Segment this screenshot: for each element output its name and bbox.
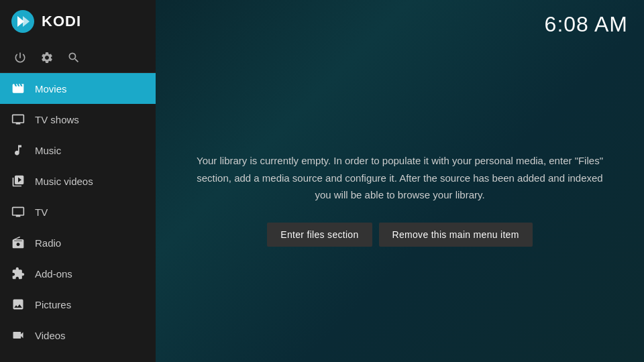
settings-icon[interactable] (40, 51, 54, 64)
sidebar-item-tv[interactable]: TV (0, 196, 156, 227)
music-icon (11, 143, 25, 158)
sidebar-item-radio[interactable]: Radio (0, 227, 156, 258)
enter-files-button[interactable]: Enter files section (267, 223, 372, 247)
action-buttons: Enter files section Remove this main men… (267, 223, 532, 247)
library-message: Your library is currently empty. In orde… (196, 152, 604, 204)
sidebar-item-add-ons[interactable]: Add-ons (0, 258, 156, 289)
sidebar-item-movies-label: Movies (35, 83, 67, 95)
sidebar-item-tv-label: TV (35, 206, 48, 218)
pictures-icon (11, 297, 25, 312)
sidebar-item-videos[interactable]: Videos (0, 320, 156, 351)
sidebar-item-add-ons-label: Add-ons (35, 268, 72, 280)
tv-icon (11, 204, 25, 219)
sidebar-item-music-videos[interactable]: Music videos (0, 166, 156, 196)
sidebar-item-movies[interactable]: Movies (0, 73, 156, 104)
sidebar-item-radio-label: Radio (35, 237, 61, 249)
time-display: 6:08 AM (545, 12, 628, 37)
music-videos-icon (11, 174, 25, 188)
addons-icon (11, 266, 25, 281)
radio-icon (11, 235, 25, 250)
sidebar-top-icons (0, 43, 156, 73)
content-area: Your library is currently empty. In orde… (156, 37, 644, 362)
movies-icon (11, 81, 25, 96)
search-icon[interactable] (67, 51, 80, 64)
sidebar-item-pictures-label: Pictures (35, 299, 71, 310)
top-bar: 6:08 AM (156, 0, 644, 37)
sidebar-item-pictures[interactable]: Pictures (0, 289, 156, 320)
kodi-logo-icon (11, 9, 35, 34)
sidebar-item-tv-shows[interactable]: TV shows (0, 104, 156, 135)
sidebar-item-music-label: Music (35, 145, 61, 156)
app-title: KODI (42, 13, 81, 30)
sidebar-header: KODI (0, 0, 156, 43)
videos-icon (11, 328, 25, 343)
sidebar-item-music[interactable]: Music (0, 135, 156, 166)
power-icon[interactable] (13, 51, 27, 64)
tv-shows-icon (11, 112, 25, 127)
sidebar-item-music-videos-label: Music videos (35, 176, 93, 187)
sidebar: KODI Movies TV shows (0, 0, 156, 362)
remove-menu-item-button[interactable]: Remove this main menu item (379, 223, 533, 247)
sidebar-item-videos-label: Videos (35, 330, 66, 341)
nav-items: Movies TV shows Music Music videos (0, 73, 156, 362)
main-content: 6:08 AM Your library is currently empty.… (156, 0, 644, 362)
sidebar-item-tv-shows-label: TV shows (35, 114, 79, 125)
